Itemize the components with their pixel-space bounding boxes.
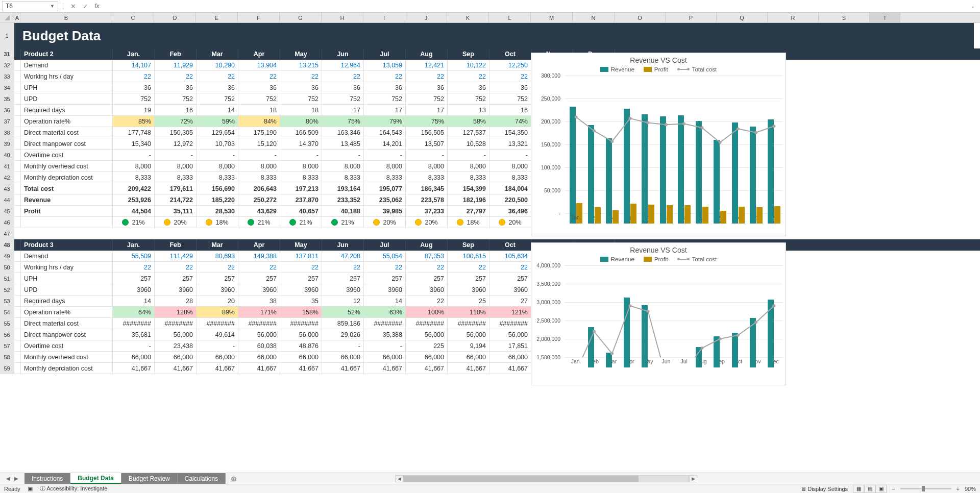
data-cell[interactable]: 10,703 [197, 138, 238, 150]
data-cell[interactable]: 36,496 [489, 206, 531, 217]
zoom-out-icon[interactable]: − [892, 486, 895, 492]
tab-nav-next-icon[interactable]: ▶ [14, 476, 18, 481]
data-cell[interactable]: - [113, 150, 155, 161]
data-cell[interactable]: 22 [197, 71, 238, 82]
data-cell[interactable]: 257 [322, 273, 364, 284]
data-cell[interactable]: 100% [406, 307, 448, 318]
col-header-R[interactable]: R [768, 13, 819, 22]
row-header-48[interactable]: 48 [0, 239, 14, 251]
margin-cell[interactable]: 21% [322, 217, 364, 228]
data-cell[interactable]: 14 [197, 105, 238, 116]
data-cell[interactable]: - [280, 150, 322, 161]
data-cell[interactable]: 3960 [406, 284, 448, 295]
macro-record-icon[interactable]: ▣ [28, 485, 33, 492]
zoom-level[interactable]: 90% [965, 486, 976, 492]
data-cell[interactable]: 36 [155, 82, 197, 93]
data-cell[interactable]: 121% [489, 307, 531, 318]
tab-nav-prev-icon[interactable]: ◀ [6, 476, 10, 481]
data-cell[interactable]: 22 [280, 71, 322, 82]
data-cell[interactable]: 16 [489, 105, 531, 116]
col-header-M[interactable]: M [531, 13, 573, 22]
data-cell[interactable]: 3960 [280, 284, 322, 295]
data-cell[interactable]: 154,399 [448, 183, 489, 194]
name-box[interactable]: T6 ▼ [2, 1, 58, 11]
data-cell[interactable]: 14 [113, 295, 155, 307]
data-cell[interactable]: 752 [113, 93, 155, 105]
accept-formula-icon[interactable]: ✓ [80, 1, 90, 11]
select-all-corner[interactable] [0, 13, 14, 22]
data-cell[interactable]: 206,643 [238, 183, 280, 194]
data-cell[interactable]: 13,215 [280, 60, 322, 71]
data-cell[interactable]: ######## [280, 318, 322, 329]
data-cell[interactable]: ######## [238, 318, 280, 329]
data-cell[interactable]: 41,667 [238, 363, 280, 374]
data-cell[interactable]: 85% [113, 116, 155, 127]
data-cell[interactable]: 22 [448, 262, 489, 273]
zoom-slider[interactable] [900, 488, 951, 489]
data-cell[interactable]: 41,667 [280, 363, 322, 374]
display-settings-button[interactable]: 🖥 Display Settings [800, 486, 848, 492]
data-cell[interactable]: 8,000 [448, 161, 489, 172]
data-cell[interactable]: - [197, 150, 238, 161]
data-cell[interactable]: 22 [364, 71, 406, 82]
data-cell[interactable]: 36 [489, 82, 531, 93]
margin-cell[interactable]: 18% [448, 217, 489, 228]
margin-cell[interactable]: 18% [197, 217, 238, 228]
data-cell[interactable]: 8,000 [364, 161, 406, 172]
data-cell[interactable]: 105,634 [489, 251, 531, 262]
sheet-tab[interactable]: Budget Data [70, 473, 121, 484]
data-cell[interactable]: 22 [406, 71, 448, 82]
data-cell[interactable]: 8,333 [238, 172, 280, 183]
data-cell[interactable]: 66,000 [364, 352, 406, 363]
data-cell[interactable]: 89% [197, 307, 238, 318]
data-cell[interactable]: 17 [406, 105, 448, 116]
margin-cell[interactable]: 20% [155, 217, 197, 228]
data-cell[interactable]: 80,693 [197, 251, 238, 262]
data-cell[interactable]: 9,194 [448, 340, 489, 352]
data-cell[interactable]: 110% [448, 307, 489, 318]
margin-cell[interactable]: 21% [238, 217, 280, 228]
data-cell[interactable]: 66,000 [238, 352, 280, 363]
data-cell[interactable]: 250,272 [238, 194, 280, 206]
data-cell[interactable]: ######## [197, 318, 238, 329]
data-cell[interactable]: 225 [406, 340, 448, 352]
data-cell[interactable]: 12,972 [155, 138, 197, 150]
data-cell[interactable]: ######## [113, 318, 155, 329]
data-cell[interactable]: 17,851 [489, 340, 531, 352]
data-cell[interactable]: 14,201 [364, 138, 406, 150]
data-cell[interactable]: 22 [197, 262, 238, 273]
formula-input[interactable] [101, 1, 966, 11]
data-cell[interactable]: 193,164 [322, 183, 364, 194]
data-cell[interactable]: - [322, 150, 364, 161]
row-header[interactable]: 32 [0, 60, 14, 71]
data-cell[interactable]: 257 [406, 273, 448, 284]
data-cell[interactable]: 13,507 [406, 138, 448, 150]
row-header-46[interactable]: 46 [0, 217, 14, 228]
data-cell[interactable]: 41,667 [113, 363, 155, 374]
data-cell[interactable]: 66,000 [155, 352, 197, 363]
data-cell[interactable]: 18 [238, 105, 280, 116]
col-header-G[interactable]: G [280, 13, 322, 22]
data-cell[interactable]: 752 [489, 93, 531, 105]
data-cell[interactable]: 12,421 [406, 60, 448, 71]
data-cell[interactable]: 41,667 [155, 363, 197, 374]
data-cell[interactable]: 55,509 [113, 251, 155, 262]
data-cell[interactable]: 175,190 [238, 127, 280, 138]
data-cell[interactable]: 8,000 [280, 161, 322, 172]
col-header-H[interactable]: H [322, 13, 363, 22]
col-header-P[interactable]: P [666, 13, 717, 22]
data-cell[interactable]: - [448, 150, 489, 161]
hscroll-track[interactable] [403, 475, 689, 482]
data-cell[interactable]: 41,667 [406, 363, 448, 374]
data-cell[interactable]: 56,000 [280, 329, 322, 340]
data-cell[interactable]: 56,000 [489, 329, 531, 340]
data-cell[interactable]: ######## [364, 318, 406, 329]
data-cell[interactable]: 59% [197, 116, 238, 127]
data-cell[interactable]: 12 [322, 295, 364, 307]
fx-icon[interactable]: fx [94, 3, 99, 10]
data-cell[interactable]: 36 [322, 82, 364, 93]
row-header[interactable]: 40 [0, 150, 14, 161]
data-cell[interactable]: 10,528 [448, 138, 489, 150]
data-cell[interactable]: 17 [364, 105, 406, 116]
data-cell[interactable]: 79% [364, 116, 406, 127]
